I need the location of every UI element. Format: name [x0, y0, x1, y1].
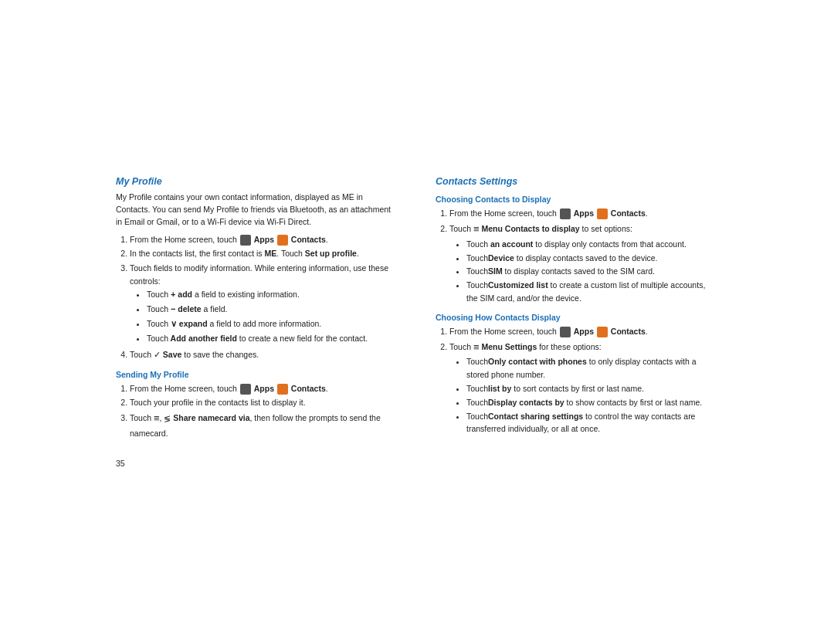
contacts-how-steps: From the Home screen, touch Apps Contact… [449, 325, 718, 436]
ch-step-2: Touch ≡ Menu Settings for these options:… [449, 340, 718, 436]
ch-bullet-sharing: TouchContact sharing settings to control… [466, 410, 718, 436]
step-2: In the contacts list, the first contact … [130, 247, 398, 260]
contacts-display-steps: From the Home screen, touch Apps Contact… [449, 207, 718, 305]
contacts-icon-sub1 [277, 384, 288, 395]
bullet-delete: Touch − delete a field. [147, 303, 398, 317]
step-3-bullets: Touch + add a field to existing informat… [147, 288, 398, 345]
cd-bullet-device: TouchDevice to display contacts saved to… [466, 252, 718, 265]
bullet-expand: Touch ∨ expand a field to add more infor… [147, 317, 398, 331]
bullet-add: Touch + add a field to existing informat… [147, 288, 398, 302]
bullet-add-field: Touch Add another field to create a new … [147, 332, 398, 345]
apps-icon-cd1 [560, 208, 571, 219]
contacts-settings-title: Contacts Settings [436, 176, 718, 187]
ch-step-1-period: . [646, 327, 648, 336]
step-1-period: . [326, 235, 328, 244]
contacts-label-cd1: Contacts [611, 208, 646, 218]
apps-label-step1: Apps [254, 235, 276, 244]
ch-bullet-listby: Touchlist by to sort contacts by first o… [466, 382, 718, 395]
sub-step-1-text: From the Home screen, touch [130, 384, 239, 393]
two-column-layout: My Profile My Profile contains your own … [116, 176, 718, 444]
ch-step-2-bullets: TouchOnly contact with phones to only di… [466, 355, 718, 436]
step-4: Touch ✓ Save to save the changes. [130, 348, 398, 362]
my-profile-title: My Profile [116, 176, 398, 187]
cd-step-2: Touch ≡ Menu Contacts to display to set … [449, 222, 718, 305]
sub-step-2: Touch your profile in the contacts list … [130, 396, 398, 409]
contacts-icon-ch1 [597, 327, 608, 337]
contacts-icon-cd1 [597, 208, 608, 219]
my-profile-intro: My Profile contains your own contact inf… [116, 192, 398, 228]
cd-step-1-period: . [646, 208, 648, 218]
ch-bullet-displayby: TouchDisplay contacts by to show contact… [466, 396, 718, 409]
page-number: 35 [116, 459, 125, 468]
cd-bullet-customized: TouchCustomized list to create a custom … [466, 279, 718, 305]
contacts-label-sub1: Contacts [291, 384, 326, 393]
cd-bullet-sim: TouchSIM to display contacts saved to th… [466, 265, 718, 278]
choosing-contacts-how-title: Choosing How Contacts Display [436, 313, 718, 322]
apps-icon-step1 [240, 235, 251, 246]
step-1: From the Home screen, touch Apps Contact… [130, 233, 398, 246]
sub-step-3: Touch ≡, ≶ Share namecard via, then foll… [130, 411, 398, 440]
cd-bullet-account: Touch an account to display only contact… [466, 238, 718, 251]
apps-label-sub1: Apps [254, 384, 276, 393]
contacts-label-ch1: Contacts [611, 327, 646, 336]
sub-step-1: From the Home screen, touch Apps Contact… [130, 382, 398, 395]
sending-profile-steps: From the Home screen, touch Apps Contact… [130, 382, 398, 440]
apps-label-ch1: Apps [574, 327, 596, 336]
cd-step-2-bullets: Touch an account to display only contact… [466, 238, 718, 305]
choosing-contacts-display-title: Choosing Contacts to Display [436, 195, 718, 204]
cd-step-1: From the Home screen, touch Apps Contact… [449, 207, 718, 220]
apps-icon-sub1 [240, 384, 251, 395]
step-4-text: Touch ✓ Save to save the changes. [130, 350, 259, 359]
my-profile-steps: From the Home screen, touch Apps Contact… [130, 233, 398, 362]
ch-step-2-text: Touch ≡ Menu Settings for these options: [449, 342, 602, 351]
ch-step-1-text: From the Home screen, touch [449, 327, 559, 336]
contacts-icon-step1 [277, 235, 288, 246]
step-1-text: From the Home screen, touch [130, 235, 239, 244]
step-2-text: In the contacts list, the first contact … [130, 249, 359, 258]
step-3: Touch fields to modify information. Whil… [130, 262, 398, 344]
right-column: Contacts Settings Choosing Contacts to D… [436, 176, 718, 444]
left-column: My Profile My Profile contains your own … [116, 176, 398, 444]
apps-label-cd1: Apps [574, 208, 596, 218]
ch-step-1: From the Home screen, touch Apps Contact… [449, 325, 718, 338]
cd-step-1-text: From the Home screen, touch [449, 208, 559, 218]
sub-step-3-text: Touch ≡, ≶ Share namecard via, then foll… [130, 413, 381, 438]
contacts-label-step1: Contacts [291, 235, 326, 244]
sub-step-2-text: Touch your profile in the contacts list … [130, 398, 306, 407]
cd-step-2-text: Touch ≡ Menu Contacts to display to set … [449, 224, 632, 233]
sub-step-1-period: . [326, 384, 328, 393]
sending-my-profile-title: Sending My Profile [116, 370, 398, 379]
page-container: My Profile My Profile contains your own … [116, 161, 718, 483]
step-3-text: Touch fields to modify information. Whil… [130, 263, 388, 286]
apps-icon-ch1 [560, 327, 571, 337]
ch-bullet-phones: TouchOnly contact with phones to only di… [466, 355, 718, 381]
